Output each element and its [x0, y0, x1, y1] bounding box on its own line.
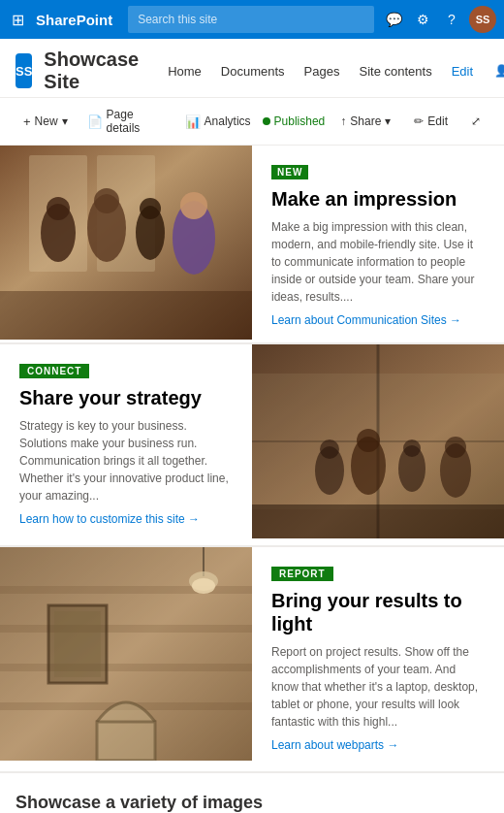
connect-description: Strategy is key to your business. Soluti… [19, 417, 233, 504]
svg-point-11 [180, 192, 207, 219]
share-label: Share [350, 114, 381, 128]
svg-point-23 [403, 439, 421, 457]
conversation-icon[interactable]: 💬 [382, 8, 405, 31]
connect-image [252, 344, 504, 538]
hero-link-1[interactable]: Learn about Communication Sites → [271, 313, 485, 327]
new-dropdown-icon: ▾ [62, 114, 68, 128]
report-heading: Bring your results to light [271, 589, 485, 635]
site-access-icon: 👤 [494, 64, 504, 78]
report-text-panel: REPORT Bring your results to light Repor… [252, 547, 504, 771]
page-details-label: Page details [107, 108, 166, 135]
page-content: NEW Make an impression Make a big impres… [0, 146, 504, 813]
connect-text-panel: CONNECT Share your strategy Strategy is … [0, 344, 252, 545]
edit-label: Edit [427, 114, 448, 128]
svg-rect-26 [252, 504, 504, 538]
app-title: SharePoint [36, 12, 112, 28]
svg-point-38 [192, 578, 215, 594]
site-nav: Home Documents Pages Site contents Edit [158, 60, 483, 82]
plus-icon: + [23, 114, 31, 129]
waffle-icon[interactable]: ⊞ [8, 7, 28, 33]
hero-heading-1: Make an impression [271, 187, 485, 211]
svg-rect-34 [54, 611, 101, 677]
new-button[interactable]: + New ▾ [16, 111, 76, 133]
search-input[interactable] [128, 6, 374, 33]
published-label: Published [274, 114, 326, 128]
report-image [0, 547, 252, 761]
report-section: REPORT Bring your results to light Repor… [0, 545, 504, 771]
analytics-icon: 📊 [185, 114, 201, 129]
svg-point-5 [47, 197, 70, 220]
share-button[interactable]: ↑ Share ▾ [332, 111, 398, 132]
expand-button[interactable]: ⤢ [463, 111, 488, 132]
site-name: Showcase Site [44, 49, 139, 93]
showcase-title: Showcase a variety of images [16, 793, 488, 813]
svg-point-7 [94, 188, 119, 213]
top-bar-icons: 💬 ⚙ ? SS [382, 6, 496, 33]
edit-button[interactable]: ✏ Edit [406, 111, 456, 132]
published-dot [263, 117, 270, 125]
nav-edit[interactable]: Edit [442, 60, 483, 82]
nav-site-contents[interactable]: Site contents [349, 60, 441, 82]
report-badge: REPORT [271, 567, 333, 581]
svg-point-9 [140, 198, 161, 219]
hero-text-panel-1: NEW Make an impression Make a big impres… [252, 146, 504, 342]
svg-rect-31 [0, 664, 252, 671]
svg-rect-12 [0, 291, 252, 340]
svg-point-25 [445, 437, 466, 458]
report-link[interactable]: Learn about webparts → [271, 738, 485, 752]
edit-icon: ✏ [414, 114, 424, 128]
share-icon: ↑ [340, 114, 346, 128]
user-avatar[interactable]: SS [469, 6, 496, 33]
site-header: SS Showcase Site Home Documents Pages Si… [0, 39, 504, 98]
connect-section: CONNECT Share your strategy Strategy is … [0, 342, 504, 545]
hero-image-1 [0, 146, 252, 340]
page-details-icon: 📄 [87, 114, 103, 129]
hero-description-1: Make a big impression with this clean, m… [271, 218, 485, 306]
report-description: Report on project results. Show off the … [271, 643, 485, 731]
settings-icon[interactable]: ⚙ [411, 8, 434, 31]
share-dropdown-icon: ▾ [385, 114, 391, 128]
top-nav-bar: ⊞ SharePoint 💬 ⚙ ? SS [0, 0, 504, 39]
toolbar-right: Published ↑ Share ▾ ✏ Edit ⤢ [263, 111, 488, 132]
svg-point-19 [320, 439, 339, 459]
hero-section: NEW Make an impression Make a big impres… [0, 146, 504, 342]
new-badge: NEW [271, 165, 308, 179]
analytics-label: Analytics [205, 114, 251, 128]
site-logo: SS [16, 53, 32, 88]
svg-rect-35 [97, 722, 155, 761]
svg-point-21 [357, 429, 380, 452]
svg-rect-30 [0, 625, 252, 633]
connect-badge: CONNECT [19, 364, 89, 378]
new-label: New [35, 114, 58, 128]
page-details-button[interactable]: 📄 Page details [79, 104, 173, 139]
published-status: Published [263, 114, 326, 128]
nav-documents[interactable]: Documents [211, 60, 295, 82]
connect-heading: Share your strategy [19, 386, 233, 409]
nav-pages[interactable]: Pages [295, 60, 350, 82]
help-icon[interactable]: ? [440, 8, 463, 31]
site-access-button[interactable]: 👤 Site access [494, 64, 504, 78]
analytics-button[interactable]: 📊 Analytics [177, 111, 259, 133]
nav-home[interactable]: Home [158, 60, 211, 82]
expand-icon: ⤢ [471, 114, 481, 128]
showcase-section: Showcase a variety of images [0, 771, 504, 813]
page-toolbar: + New ▾ 📄 Page details 📊 Analytics Publi… [0, 98, 504, 146]
connect-link[interactable]: Learn how to customize this site → [19, 512, 233, 526]
